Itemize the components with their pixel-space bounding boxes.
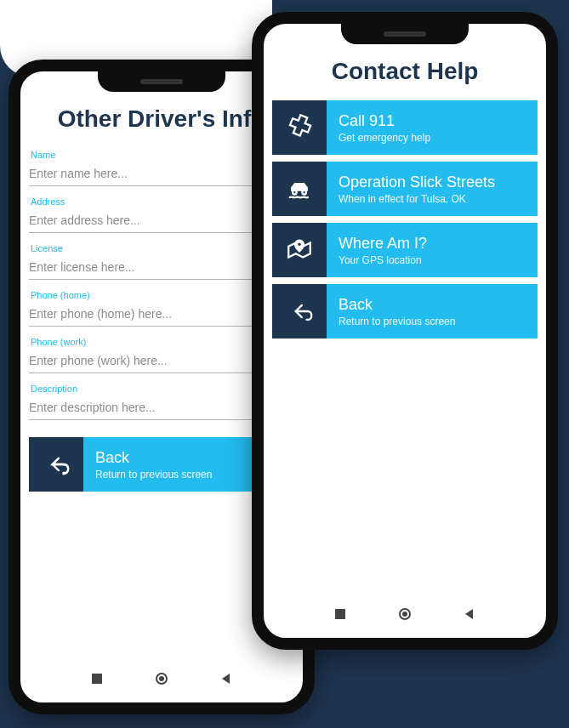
menu-item-where-am-i[interactable]: Where Am I? Your GPS location xyxy=(272,223,538,277)
back-icon xyxy=(29,437,83,492)
svg-point-2 xyxy=(159,676,164,681)
nav-home-icon[interactable] xyxy=(398,607,412,621)
phone-notch xyxy=(341,24,469,44)
menu-list: Call 911 Get emergency help Operation Sl… xyxy=(272,100,538,338)
menu-sub: Return to previous screen xyxy=(339,316,526,327)
menu-sub: Get emergency help xyxy=(339,132,526,144)
svg-point-5 xyxy=(298,243,300,246)
menu-item-call-911[interactable]: Call 911 Get emergency help xyxy=(272,100,538,155)
svg-rect-0 xyxy=(92,674,102,684)
medical-icon xyxy=(272,100,327,155)
nav-recent-icon[interactable] xyxy=(333,607,347,621)
car-skid-icon xyxy=(272,162,327,216)
screen-contact-help: Contact Help Call 911 Get emergency help… xyxy=(264,24,546,638)
menu-title: Call 911 xyxy=(339,112,526,130)
nav-home-icon[interactable] xyxy=(155,672,168,685)
menu-sub: When in effect for Tulsa, OK xyxy=(339,193,526,205)
phone-contact-help: Contact Help Call 911 Get emergency help… xyxy=(252,12,558,650)
menu-content: Back Return to previous screen xyxy=(327,284,538,338)
menu-content: Call 911 Get emergency help xyxy=(327,100,538,155)
svg-rect-6 xyxy=(335,609,345,619)
android-navbar xyxy=(20,663,303,694)
menu-content: Where Am I? Your GPS location xyxy=(327,223,538,277)
phone-notch xyxy=(98,71,225,92)
svg-point-4 xyxy=(302,191,306,195)
map-pin-icon xyxy=(272,223,327,277)
menu-item-back[interactable]: Back Return to previous screen xyxy=(272,284,538,338)
android-navbar xyxy=(264,599,546,629)
menu-title: Back xyxy=(339,296,526,314)
menu-title: Where Am I? xyxy=(339,235,526,253)
menu-sub: Your GPS location xyxy=(339,254,526,266)
menu-title: Operation Slick Streets xyxy=(339,173,526,191)
nav-back-icon[interactable] xyxy=(463,607,476,621)
svg-point-3 xyxy=(293,191,297,195)
page-title: Contact Help xyxy=(272,58,538,85)
svg-point-8 xyxy=(402,611,407,617)
back-icon xyxy=(272,284,327,338)
menu-item-slick-streets[interactable]: Operation Slick Streets When in effect f… xyxy=(272,162,538,216)
nav-back-icon[interactable] xyxy=(219,672,233,685)
menu-content: Operation Slick Streets When in effect f… xyxy=(327,162,538,216)
nav-recent-icon[interactable] xyxy=(90,672,104,685)
